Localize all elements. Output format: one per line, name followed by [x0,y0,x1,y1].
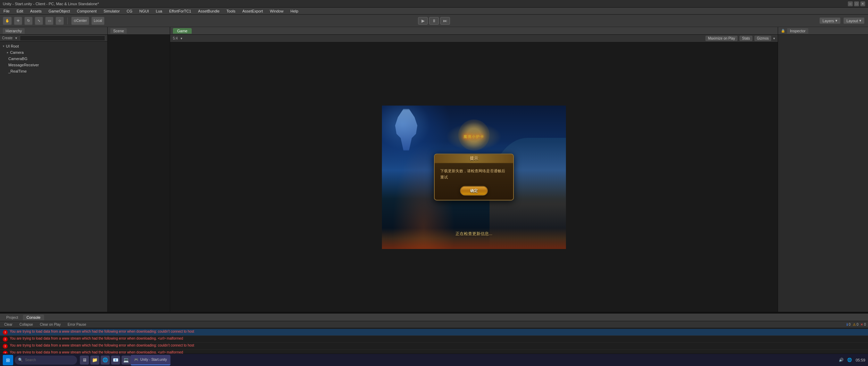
game-tab[interactable]: Game [173,28,192,34]
layout-label: Layout [846,19,858,23]
clear-button[interactable]: Clear [2,322,15,327]
console-counts: ℹ 0 ⚠ 0 ✕ 0 [846,323,866,326]
menu-help[interactable]: Help [289,9,300,13]
move-tool-button[interactable]: ✛ [14,17,22,25]
rotate-tool-button[interactable]: ↻ [24,17,33,25]
menu-assetbundle[interactable]: AssetBundle [197,9,221,13]
pause-button[interactable]: ⏸ [429,17,439,25]
play-button[interactable]: ▶ [418,17,428,25]
menu-tools[interactable]: Tools [225,9,237,13]
local-label: Local [94,19,102,23]
volume-icon[interactable]: 🔊 [839,358,844,362]
pivot-center-button[interactable]: ⊙ Center [71,17,89,25]
scale-tool-button[interactable]: ⤡ [35,17,43,25]
console-toolbar: Clear Collapse Clear on Play Error Pause… [0,321,868,328]
hierarchy-item-camerabg[interactable]: CameraBG [0,56,107,62]
dialog-confirm-button[interactable]: 确定 [460,186,488,196]
error-pause-button[interactable]: Error Pause [66,322,88,327]
menu-assets[interactable]: Assets [29,9,43,13]
project-tab[interactable]: Project [3,315,22,320]
main-panels: Hierarchy Create ▾ ▾ UI Root ▸ Camera Ca… [0,27,868,312]
start-button[interactable]: ⊞ [3,355,13,365]
error-count-badge: ✕ 0 [860,323,866,326]
console-row[interactable]: ! You are trying to load data from a www… [0,329,868,336]
hierarchy-item-label: MessageReceiver [8,63,39,67]
step-button[interactable]: ⏭ [440,17,450,25]
dialog-title: 提示 [435,154,513,163]
menu-simulator[interactable]: Simulator [102,9,121,13]
create-button[interactable]: Create [2,36,12,40]
hierarchy-item-label: Camera [10,50,24,55]
layers-dropdown[interactable]: Layers ▾ [819,17,841,24]
inspector-lock-icon[interactable]: 🔒 [781,29,785,33]
hand-tool-button[interactable]: ✋ [3,17,12,25]
taskbar-icon-4[interactable]: 📧 [111,356,120,365]
separator-1 [67,17,68,24]
menu-component[interactable]: Component [75,9,98,13]
logo-text: 魔境小护卡 [464,134,484,139]
hierarchy-item-uiroot[interactable]: ▾ UI Root [0,43,107,49]
rect-tool-button[interactable]: ▭ [45,17,53,25]
console-row[interactable]: ! You are trying to load data from a www… [0,343,868,350]
game-screen: 魔境小护卡 提示 下载更新失败，请检查网络是否通畅后重试 确定 [382,106,566,249]
menu-edit[interactable]: Edit [15,9,25,13]
hierarchy-toolbar: Create ▾ [0,35,107,42]
transform-tool-button[interactable]: ⊹ [56,17,64,25]
menu-file[interactable]: File [2,9,11,13]
taskbar-search[interactable]: 🔍 Search [15,356,77,365]
menu-window[interactable]: Window [268,9,285,13]
close-button[interactable]: ✕ [860,1,865,6]
hierarchy-tab[interactable]: Hierarchy [3,28,25,34]
scene-canvas[interactable] [108,35,170,312]
menu-effortfortc1[interactable]: EffortForTC1 [168,9,192,13]
hierarchy-item-realtime[interactable]: _RealTime [0,68,107,74]
layers-label: Layers [823,19,834,23]
scene-panel: Scene [108,27,170,312]
layout-chevron-icon: ▾ [859,18,861,23]
console-tab[interactable]: Console [23,315,44,320]
layout-dropdown[interactable]: Layout ▾ [843,17,865,24]
inspector-tab[interactable]: Inspector [787,28,808,34]
taskbar-time: 05:59 [856,358,865,362]
error-icon: ✕ [860,323,863,326]
scene-tab[interactable]: Scene [110,28,127,34]
menu-gameobject[interactable]: GameObject [47,9,72,13]
taskbar-icon-5[interactable]: 💻 [122,356,131,365]
inspector-panel: 🔒 Inspector [778,27,868,312]
hierarchy-item-messagereceiver[interactable]: MessageReceiver [0,62,107,68]
minimize-button[interactable]: ─ [848,1,853,6]
console-row[interactable]: ! You are trying to load data from a www… [0,336,868,343]
console-message: You are trying to load data from a www s… [10,343,194,347]
fire-effect [382,228,566,249]
error-count: 0 [864,323,866,326]
clear-on-play-button[interactable]: Clear on Play [38,322,63,327]
network-icon[interactable]: 🌐 [847,358,852,362]
game-size-label: 5:4 [173,36,178,40]
stats-button[interactable]: Stats [740,36,752,41]
dialog-box: 提示 下载更新失败，请检查网络是否通畅后重试 确定 [434,153,514,200]
hierarchy-content: ▾ UI Root ▸ Camera CameraBG MessageRecei… [0,42,107,312]
expand-arrow-icon: ▾ [3,44,5,48]
collapse-button[interactable]: Collapse [17,322,35,327]
menu-ngui[interactable]: NGUI [138,9,150,13]
menu-lua[interactable]: Lua [155,9,164,13]
error-icon: ! [3,330,8,335]
gizmos-button[interactable]: Gizmos [754,36,771,41]
taskbar-icon-2[interactable]: 📁 [90,356,99,365]
maximize-button[interactable]: □ [854,1,859,6]
hierarchy-item-label: CameraBG [8,57,27,61]
inspector-content [778,35,868,312]
hierarchy-item-camera[interactable]: ▸ Camera [0,49,107,56]
menu-assetexport[interactable]: AssetExport [241,9,264,13]
menu-cg[interactable]: CG [125,9,134,13]
taskbar-icon-3[interactable]: 🌐 [101,356,110,365]
info-icon: ℹ [846,323,848,326]
unity-taskbar-app[interactable]: 🎮 Unity - Start.unity [131,355,170,365]
pivot-local-button[interactable]: Local [91,17,105,25]
game-view-controls: 5:4 ▾ Maximize on Play Stats Gizmos ▾ [170,35,778,42]
hierarchy-item-label: _RealTime [8,69,27,73]
taskbar-app-icons: 🖥 📁 🌐 📧 💻 [80,356,131,365]
taskbar-icon-1[interactable]: 🖥 [80,356,89,365]
hierarchy-search-input[interactable] [20,35,105,41]
maximize-on-play-button[interactable]: Maximize on Play [706,36,737,41]
